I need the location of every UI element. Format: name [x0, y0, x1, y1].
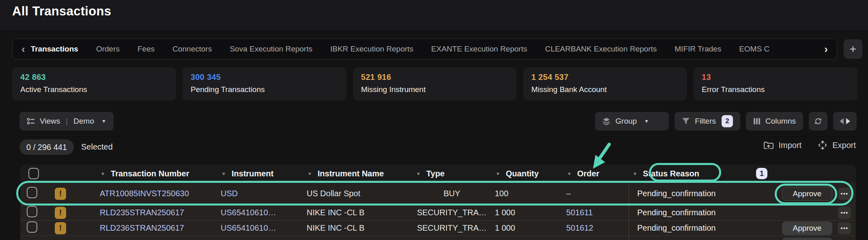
instrument-link[interactable]: USD	[217, 189, 303, 198]
arrow-left-icon	[840, 118, 844, 124]
columns-button[interactable]: Columns	[746, 112, 803, 131]
stat-card-active-transactions: 42 863 Active Transactions	[12, 67, 176, 101]
selection-count-pill: 0 / 296 441	[19, 139, 74, 155]
instrument-name-cell: NIKE INC -CL B	[303, 223, 412, 233]
stat-label: Error Transactions	[702, 85, 849, 94]
group-label: Group	[615, 117, 637, 126]
status-reason-cell: Pending_confirmation Approve •••	[629, 221, 856, 236]
more-actions-button[interactable]: •••	[838, 222, 851, 234]
tab-clearbank-execution-reports[interactable]: CLEARBANK Execution Reports	[545, 45, 657, 54]
stat-value: 1 254 537	[531, 73, 679, 82]
status-reason-value: Pending_confirmation	[637, 208, 715, 217]
views-button[interactable]: Views | Demo ▼	[19, 112, 114, 131]
views-icon	[27, 117, 35, 125]
row-checkbox[interactable]	[27, 206, 37, 217]
quantity-cell: 1 000	[492, 208, 563, 217]
warning-icon: !	[55, 188, 66, 200]
stat-card-error-transactions: 13 Error Transactions	[694, 67, 857, 101]
filter-funnel-icon	[682, 118, 690, 125]
instrument-link[interactable]: US65410610…	[217, 223, 303, 233]
refresh-button[interactable]	[809, 112, 827, 131]
selection-label: Selected	[81, 142, 113, 152]
type-cell: SECURITY_TRA…	[412, 208, 492, 217]
stat-value: 521 916	[361, 73, 509, 82]
transaction-number-link[interactable]: RLD236STRAN250617	[97, 223, 217, 233]
views-divider: |	[65, 117, 69, 126]
order-link[interactable]: 501611	[563, 208, 629, 217]
column-menu-icon[interactable]: ▾	[496, 170, 499, 177]
tab-bar: ‹ Transactions Orders Fees Connectors So…	[12, 39, 837, 60]
approve-button[interactable]	[782, 238, 832, 240]
selection-bar: 0 / 296 441 Selected Import Export	[0, 139, 868, 156]
column-menu-icon[interactable]: ▾	[417, 170, 420, 177]
table-row[interactable]: ! RLD236STRAN250617 US65410610… NIKE INC…	[20, 220, 856, 236]
filters-count-badge: 2	[722, 115, 733, 127]
header-instrument-name[interactable]: ▾ Instrument Name	[303, 165, 412, 182]
stat-cards-row: 42 863 Active Transactions 300 345 Pendi…	[12, 67, 857, 101]
tab-fees[interactable]: Fees	[138, 45, 155, 54]
order-link[interactable]: 501612	[563, 223, 629, 233]
group-layers-icon	[602, 117, 610, 125]
transaction-number-link[interactable]: RLD235STRAN250617	[97, 208, 217, 217]
instrument-name-cell: US Dollar Spot	[303, 189, 412, 198]
table-row[interactable]: ! ATR10085INVST250630 USD US Dollar Spot…	[20, 182, 856, 205]
warning-icon: !	[55, 222, 66, 234]
import-button[interactable]: Import	[763, 140, 802, 150]
table-row[interactable]	[20, 236, 856, 240]
column-pager-button[interactable]	[833, 112, 857, 131]
chevron-down-icon: ▼	[101, 118, 106, 124]
more-actions-button[interactable]: •••	[838, 207, 851, 219]
approve-button[interactable]: Approve	[782, 221, 832, 235]
group-button[interactable]: Group ▼	[595, 112, 669, 131]
row-checkbox[interactable]	[27, 187, 37, 198]
tabs-scroll-right-icon[interactable]: ›	[824, 44, 828, 54]
header-instrument[interactable]: ▾ Instrument	[217, 165, 303, 182]
type-cell: SECURITY_TRA…	[412, 223, 492, 233]
column-menu-icon[interactable]: ▾	[568, 170, 571, 177]
page-title: All Transactions	[12, 4, 111, 19]
column-menu-icon[interactable]: ▾	[101, 170, 104, 177]
tab-ibkr-execution-reports[interactable]: IBKR Execution Reports	[330, 45, 413, 54]
tab-connectors[interactable]: Connectors	[172, 45, 212, 54]
header-transaction-number[interactable]: ▾ Transaction Number	[97, 165, 217, 182]
tab-transactions[interactable]: Transactions	[31, 45, 78, 54]
column-menu-icon[interactable]: ▾	[634, 170, 636, 177]
transactions-table: ▾ Transaction Number ▾ Instrument ▾ Inst…	[20, 165, 856, 240]
more-actions-button[interactable]: •••	[838, 188, 851, 200]
tab-list: Transactions Orders Fees Connectors Sova…	[31, 45, 822, 54]
stat-card-pending-transactions: 300 345 Pending Transactions	[183, 67, 346, 101]
add-tab-button[interactable]: +	[844, 39, 862, 59]
approve-button[interactable]: Approve	[782, 187, 832, 201]
header-checkbox-cell	[20, 165, 43, 182]
export-button[interactable]: Export	[818, 140, 856, 150]
row-checkbox[interactable]	[27, 221, 37, 233]
columns-icon	[753, 118, 761, 125]
column-menu-icon[interactable]: ▾	[222, 170, 225, 177]
quantity-cell: 1 000	[492, 223, 563, 233]
table-row[interactable]: ! RLD235STRAN250617 US65410610… NIKE INC…	[20, 205, 856, 220]
order-cell: –	[563, 189, 629, 198]
quantity-cell: 100	[492, 189, 563, 198]
header-quantity[interactable]: ▾ Quantity	[492, 165, 563, 182]
header-flag-cell	[43, 165, 97, 182]
filters-label: Filters	[695, 117, 716, 126]
group-count-badge: 1	[756, 168, 767, 179]
arrow-right-icon	[846, 118, 850, 124]
tab-exante-execution-reports[interactable]: EXANTE Execution Reports	[431, 45, 527, 54]
header-type[interactable]: ▾ Type	[412, 165, 492, 182]
filters-button[interactable]: Filters 2	[675, 112, 740, 131]
tab-mifir-trades[interactable]: MIFIR Trades	[675, 45, 721, 54]
table-toolbar: Views | Demo ▼ Group ▼ Filters 2	[0, 112, 868, 131]
tab-eoms[interactable]: EOMS C	[739, 45, 769, 54]
header-order[interactable]: ▾ Order	[563, 165, 629, 182]
export-label: Export	[832, 141, 856, 150]
select-all-checkbox[interactable]	[28, 168, 39, 179]
tab-sova-execution-reports[interactable]: Sova Execution Reports	[230, 45, 312, 54]
instrument-link[interactable]: US65410610…	[217, 208, 303, 217]
column-menu-icon[interactable]: ▾	[308, 170, 311, 177]
tab-orders[interactable]: Orders	[96, 45, 120, 54]
transaction-number-link[interactable]: ATR10085INVST250630	[97, 189, 217, 198]
views-label: Views	[40, 117, 60, 126]
tabs-scroll-left-icon[interactable]: ‹	[21, 44, 25, 54]
header-status-reason[interactable]: ▾ Status Reason	[629, 165, 856, 182]
